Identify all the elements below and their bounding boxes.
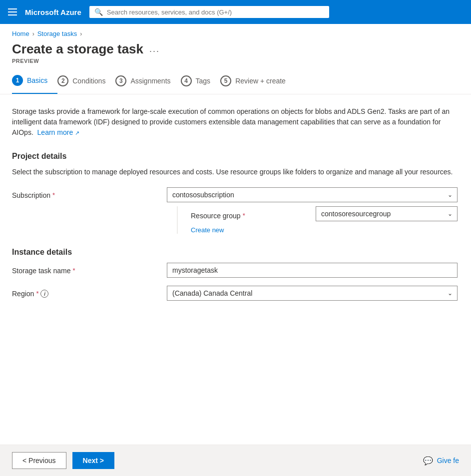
- instance-details-title: Instance details: [12, 248, 458, 257]
- step-basics[interactable]: 1 Basics: [12, 68, 57, 94]
- subscription-label: Subscription *: [12, 187, 167, 199]
- subscription-required: *: [52, 191, 55, 199]
- step-2-label: Conditions: [72, 77, 105, 85]
- breadcrumb-separator-1: ›: [32, 30, 34, 37]
- region-select[interactable]: (Canada) Canada Central: [167, 286, 458, 301]
- storage-task-name-row: Storage task name *: [12, 263, 458, 278]
- page-header: Create a storage task ...: [0, 37, 471, 57]
- breadcrumb-storage-tasks[interactable]: Storage tasks: [37, 30, 77, 37]
- page-title: Create a storage task: [12, 41, 143, 57]
- region-required: *: [36, 290, 38, 297]
- project-details-title: Project details: [12, 152, 458, 161]
- step-conditions[interactable]: 2 Conditions: [57, 68, 115, 93]
- step-4-circle: 4: [181, 75, 192, 86]
- preview-badge: PREVIEW: [0, 57, 471, 68]
- resource-group-control: contosoresourcegroup ⌄: [316, 206, 458, 221]
- storage-task-name-input[interactable]: [167, 263, 458, 278]
- top-nav: Microsoft Azure 🔍: [0, 0, 471, 24]
- instance-details-section: Instance details Storage task name * Reg…: [12, 248, 458, 301]
- resource-group-indent: Resource group * contosoresourcegroup ⌄: [167, 206, 458, 234]
- step-review-create[interactable]: 5 Review + create: [220, 68, 296, 93]
- project-details-description: Select the subscription to manage deploy…: [12, 167, 458, 177]
- search-bar[interactable]: 🔍: [89, 6, 329, 18]
- project-details-section: Project details Select the subscription …: [12, 152, 458, 234]
- step-1-circle: 1: [12, 75, 23, 86]
- resource-group-row: Resource group * contosoresourcegroup ⌄: [191, 206, 458, 221]
- step-3-circle: 3: [115, 75, 126, 86]
- step-5-circle: 5: [220, 75, 231, 86]
- breadcrumb-separator-2: ›: [80, 30, 82, 37]
- step-4-label: Tags: [196, 77, 211, 85]
- learn-more-link[interactable]: Learn more ↗: [35, 128, 79, 136]
- search-input[interactable]: [107, 8, 324, 16]
- region-info-icon[interactable]: i: [40, 290, 48, 298]
- step-tags[interactable]: 4 Tags: [181, 68, 221, 93]
- page-menu-button[interactable]: ...: [149, 44, 160, 54]
- description-text: Storage tasks provide a framework for la…: [12, 106, 458, 138]
- region-label: Region * i: [12, 286, 167, 298]
- step-5-label: Review + create: [235, 77, 286, 85]
- region-control: (Canada) Canada Central ⌄: [167, 286, 458, 301]
- create-new-link[interactable]: Create new: [191, 226, 224, 234]
- subscription-select[interactable]: contososubscription: [167, 187, 458, 202]
- region-row: Region * i (Canada) Canada Central ⌄: [12, 286, 458, 301]
- breadcrumb-home[interactable]: Home: [12, 30, 29, 37]
- wizard-steps: 1 Basics 2 Conditions 3 Assignments 4 Ta…: [0, 68, 471, 94]
- resource-group-required: *: [243, 212, 245, 219]
- subscription-row: Subscription * contososubscription ⌄: [12, 187, 458, 234]
- storage-task-name-required: *: [73, 267, 75, 274]
- storage-task-name-label: Storage task name *: [12, 263, 167, 275]
- app-title: Microsoft Azure: [25, 8, 81, 16]
- resource-group-select[interactable]: contosoresourcegroup: [316, 206, 458, 221]
- storage-task-name-control[interactable]: [167, 263, 458, 278]
- breadcrumb: Home › Storage tasks ›: [0, 24, 471, 37]
- external-link-icon: ↗: [75, 130, 79, 136]
- hamburger-menu[interactable]: [8, 8, 17, 15]
- search-icon: 🔍: [94, 8, 103, 16]
- step-2-circle: 2: [57, 75, 68, 86]
- resource-group-label: Resource group *: [191, 208, 316, 220]
- content-area: Storage tasks provide a framework for la…: [0, 94, 470, 301]
- step-assignments[interactable]: 3 Assignments: [115, 68, 180, 93]
- subscription-control: contososubscription ⌄ Resource group *: [167, 187, 458, 234]
- step-1-label: Basics: [27, 76, 47, 84]
- step-3-label: Assignments: [130, 77, 170, 85]
